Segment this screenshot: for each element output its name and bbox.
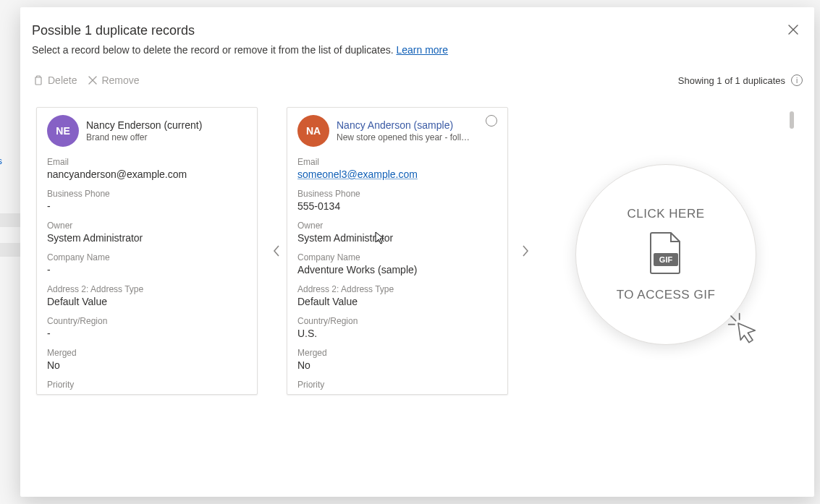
overlay-line1: CLICK HERE	[627, 207, 704, 221]
record-fields: Emailnancyanderson@example.com Business …	[47, 157, 247, 390]
field-value: Default Value	[47, 296, 247, 307]
remove-label: Remove	[101, 74, 139, 86]
overlay-line2: TO ACCESS GIF	[617, 288, 716, 302]
field-value: -	[47, 264, 247, 276]
field-label: Address 2: Address Type	[47, 284, 247, 294]
dialog-header: Possible 1 duplicate records	[20, 7, 814, 44]
field-label: Company Name	[297, 252, 497, 262]
showing-text: Showing 1 of 1 duplicates	[678, 75, 785, 86]
dialog-body: NE Nancy Enderson (current) Brand new of…	[20, 95, 814, 497]
select-radio[interactable]	[486, 115, 497, 127]
trash-icon	[33, 75, 43, 85]
record-name[interactable]: Nancy Anderson (sample)	[337, 119, 474, 131]
field-label: Email	[47, 157, 247, 167]
record-cards: NE Nancy Enderson (current) Brand new of…	[36, 107, 508, 395]
field-value: Adventure Works (sample)	[297, 264, 497, 276]
record-card-duplicate[interactable]: NA Nancy Anderson (sample) New store ope…	[287, 107, 508, 395]
svg-text:GIF: GIF	[659, 255, 673, 264]
field-label: Merged	[47, 348, 247, 358]
close-button[interactable]	[784, 20, 803, 39]
dialog-title: Possible 1 duplicate records	[32, 23, 795, 38]
click-cursor-icon	[727, 312, 764, 349]
avatar: NA	[297, 115, 329, 147]
close-icon	[788, 25, 798, 35]
delete-button[interactable]: Delete	[28, 72, 83, 89]
field-value: -	[47, 200, 247, 212]
dialog-subtitle: Select a record below to delete the reco…	[20, 44, 814, 66]
gif-file-icon: GIF	[648, 231, 684, 278]
field-value: 555-0134	[297, 200, 497, 212]
field-label: Country/Region	[47, 316, 247, 326]
field-label: Email	[297, 157, 497, 167]
field-label: Business Phone	[47, 189, 247, 199]
next-arrow[interactable]	[517, 240, 534, 262]
field-label: Owner	[47, 221, 247, 231]
record-fields: Emailsomeonel3@example.com Business Phon…	[297, 157, 497, 390]
subtitle-text: Select a record below to delete the reco…	[32, 44, 396, 56]
field-label: Address 2: Address Type	[297, 284, 497, 294]
record-desc: New store opened this year - follow…	[337, 132, 474, 142]
field-value: U.S.	[297, 328, 497, 339]
field-value: nancyanderson@example.com	[47, 168, 247, 180]
gif-access-overlay[interactable]: CLICK HERE GIF TO ACCESS GIF	[575, 164, 756, 345]
x-icon	[88, 76, 97, 85]
field-label: Business Phone	[297, 189, 497, 199]
field-label: Owner	[297, 221, 497, 231]
field-label: Company Name	[47, 252, 247, 262]
field-value: -	[47, 328, 247, 339]
field-value: System Administrator	[47, 232, 247, 244]
record-name: Nancy Enderson (current)	[86, 119, 202, 131]
showing-count: Showing 1 of 1 duplicates i	[678, 74, 803, 86]
scrollbar-thumb[interactable]	[790, 111, 794, 129]
field-label: Country/Region	[297, 316, 497, 326]
remove-button[interactable]: Remove	[83, 72, 145, 89]
chevron-right-icon	[522, 245, 529, 257]
field-label: Priority	[47, 380, 247, 390]
record-card-current[interactable]: NE Nancy Enderson (current) Brand new of…	[36, 107, 258, 395]
svg-line-2	[731, 316, 736, 321]
field-label: Merged	[297, 348, 497, 358]
learn-more-link[interactable]: Learn more	[396, 44, 448, 56]
field-value: No	[47, 359, 247, 371]
field-value: Default Value	[297, 296, 497, 307]
field-value: System Administrator	[297, 232, 497, 244]
dialog-toolbar: Delete Remove Showing 1 of 1 duplicates …	[20, 66, 814, 95]
info-icon[interactable]: i	[791, 74, 803, 86]
duplicate-records-dialog: Possible 1 duplicate records Select a re…	[20, 7, 814, 497]
field-label: Priority	[297, 380, 497, 390]
field-value: No	[297, 359, 497, 371]
record-desc: Brand new offer	[86, 132, 202, 142]
avatar: NE	[47, 115, 79, 147]
field-value[interactable]: someonel3@example.com	[297, 168, 497, 180]
delete-label: Delete	[48, 74, 77, 86]
